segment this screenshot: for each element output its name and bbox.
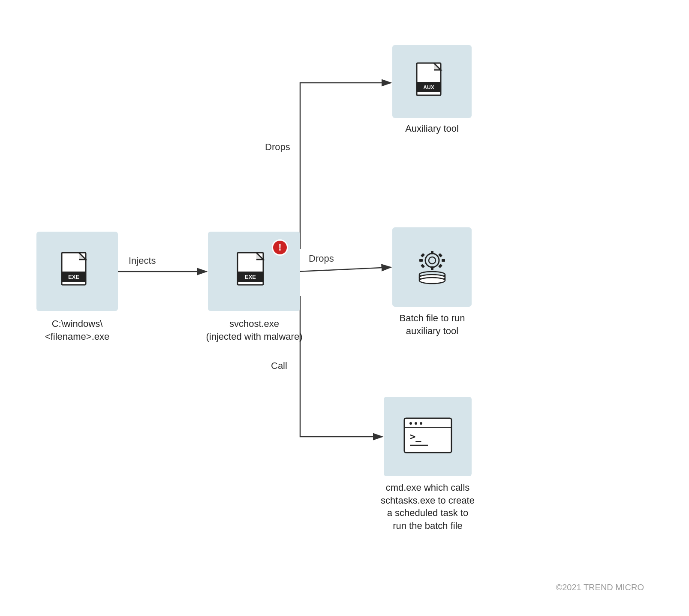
alert-icon: ! <box>278 243 281 252</box>
svg-text:>_: >_ <box>410 431 421 442</box>
exe-file-box: EXE <box>36 232 118 311</box>
svchost-file-icon: EXE <box>236 251 272 292</box>
aux-tool-box: AUX <box>392 45 472 118</box>
svg-point-13 <box>429 257 436 264</box>
cmd-icon: >_ <box>402 416 454 457</box>
svg-rect-17 <box>419 259 423 262</box>
cmd-box: >_ <box>384 397 472 476</box>
svg-text:AUX: AUX <box>423 85 434 91</box>
svg-text:EXE: EXE <box>245 274 256 280</box>
svg-point-12 <box>425 254 439 267</box>
svg-line-2 <box>298 267 391 272</box>
copyright: ©2021 TREND MICRO <box>556 583 644 592</box>
batch-file-icon <box>411 247 454 287</box>
drops-aux-label: Drops <box>265 142 290 153</box>
svg-point-30 <box>409 422 412 425</box>
svg-rect-18 <box>438 253 442 257</box>
svg-rect-15 <box>431 266 433 270</box>
svg-point-31 <box>415 422 417 425</box>
svg-rect-20 <box>438 264 442 268</box>
svg-text:EXE: EXE <box>68 274 79 280</box>
batch-file-label: Batch file to run auxiliary tool <box>372 312 492 337</box>
svg-point-28 <box>419 278 445 284</box>
svg-rect-14 <box>431 251 433 254</box>
exe-file-label: C:\windows\ <filename>.exe <box>26 317 129 343</box>
diagram-container: EXE C:\windows\ <filename>.exe ! EXE svc… <box>0 0 689 616</box>
injects-label: Injects <box>129 255 156 266</box>
cmd-label: cmd.exe which calls schtasks.exe to crea… <box>358 481 497 532</box>
svchost-label: svchost.exe (injected with malware) <box>192 317 316 343</box>
svg-point-32 <box>420 422 422 425</box>
batch-file-box <box>392 227 472 307</box>
aux-tool-label: Auxiliary tool <box>373 122 491 135</box>
aux-file-icon: AUX <box>415 61 449 102</box>
call-label: Call <box>271 360 287 371</box>
svg-rect-21 <box>421 264 425 268</box>
svchost-box: ! EXE <box>208 232 300 311</box>
svg-rect-16 <box>442 259 445 262</box>
svg-rect-19 <box>421 253 425 257</box>
drops-batch-label: Drops <box>309 253 334 264</box>
exe-file-icon: EXE <box>60 251 94 292</box>
